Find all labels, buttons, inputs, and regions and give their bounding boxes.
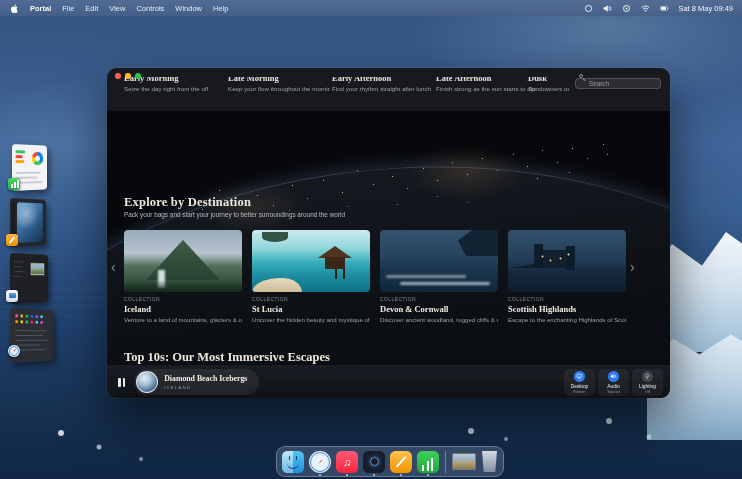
card-scottish-highlands[interactable]: COLLECTION Scottish Highlands Escape to … <box>508 230 626 323</box>
portal-app-window: Early Morning Seize the day right from t… <box>107 68 670 398</box>
menu-window[interactable]: Window <box>175 4 202 13</box>
carousel-prev-icon[interactable]: ‹ <box>111 260 116 274</box>
zoom-window-button[interactable] <box>135 73 141 79</box>
devon-cornwall-image <box>380 230 498 292</box>
menu-view[interactable]: View <box>109 4 125 13</box>
player-bar: Diamond Beach Icebergs ICELAND Desktop M… <box>107 365 670 398</box>
audio-spatial-button[interactable]: Audio Spatial <box>598 369 629 396</box>
menu-controls[interactable]: Controls <box>136 4 164 13</box>
now-playing-location: ICELAND <box>164 385 247 390</box>
strip-divider <box>107 110 670 111</box>
menu-bar-clock[interactable]: Sat 8 May 09:49 <box>678 4 733 13</box>
dock-divider <box>445 451 446 473</box>
abstract-image-thumb <box>17 202 43 242</box>
now-playing-title: Diamond Beach Icebergs <box>164 374 247 383</box>
app-menu-title[interactable]: Portal <box>30 4 51 13</box>
menu-edit[interactable]: Edit <box>85 4 98 13</box>
card-iceland[interactable]: COLLECTION Iceland Venture to a land of … <box>124 230 242 323</box>
destination-carousel: COLLECTION Iceland Venture to a land of … <box>124 230 626 323</box>
shortcuts-icon[interactable] <box>583 3 593 13</box>
finder-icon[interactable] <box>282 451 304 473</box>
markup-icon[interactable] <box>390 451 412 473</box>
screen-mirroring-icon[interactable] <box>621 3 631 13</box>
wifi-icon[interactable] <box>640 3 650 13</box>
preview-app-icon <box>6 290 18 302</box>
now-playing[interactable]: Diamond Beach Icebergs ICELAND <box>134 369 259 395</box>
top10-section-title: Top 10s: Our Most Immersive Escapes <box>124 350 330 365</box>
explore-section-subtitle: Pack your bags and start your journey to… <box>124 211 345 218</box>
city-glow <box>407 145 527 200</box>
trash-icon[interactable] <box>481 451 498 472</box>
donut-chart-thumb <box>32 152 43 165</box>
desktop-motion-button[interactable]: Desktop Motion <box>564 369 595 396</box>
desktop: Portal File Edit View Controls Window He… <box>0 0 742 479</box>
menu-bar: Portal File Edit View Controls Window He… <box>0 0 742 16</box>
stats-icon[interactable] <box>417 451 439 473</box>
volume-icon[interactable] <box>602 3 612 13</box>
safari-icon[interactable] <box>309 451 331 473</box>
search-field-wrap <box>575 72 661 83</box>
search-icon <box>579 74 583 78</box>
st-lucia-image <box>252 230 370 292</box>
safari-badge-icon <box>8 345 20 357</box>
environment-controls: Desktop Motion Audio Spatial Lighting Of… <box>564 369 663 396</box>
battery-icon[interactable] <box>659 3 669 13</box>
stats-app-icon <box>8 178 20 190</box>
menu-help[interactable]: Help <box>213 4 228 13</box>
strip-item-late-afternoon[interactable]: Late Afternoon Finish strong as the sun … <box>436 77 538 92</box>
strip-item-dusk[interactable]: Dusk Sundowners to herald in the night w… <box>528 77 570 92</box>
strip-item-early-afternoon[interactable]: Early Afternoon Find your rhythm straigh… <box>332 77 434 92</box>
scottish-highlands-image <box>508 230 626 292</box>
speaker-icon <box>608 371 619 382</box>
minimize-window-button[interactable] <box>125 73 131 79</box>
now-playing-thumbnail <box>136 371 158 393</box>
apple-menu-icon[interactable] <box>9 3 19 13</box>
markup-app-icon <box>6 234 18 246</box>
photo-thumb <box>31 263 45 276</box>
strip-item-early-morning[interactable]: Early Morning Seize the day right from t… <box>124 77 226 92</box>
close-window-button[interactable] <box>115 73 121 79</box>
time-of-day-strip: Early Morning Seize the day right from t… <box>124 77 570 102</box>
card-devon-cornwall[interactable]: COLLECTION Devon & Cornwall Discover anc… <box>380 230 498 323</box>
pause-icon[interactable] <box>118 378 125 387</box>
minimized-window-icon[interactable] <box>452 453 476 470</box>
strip-item-late-morning[interactable]: Late Morning Keep your flow throughout t… <box>228 77 330 92</box>
portal-app-icon[interactable] <box>363 451 385 473</box>
card-st-lucia[interactable]: COLLECTION St Lucia Uncover the hidden b… <box>252 230 370 323</box>
iceland-image <box>124 230 242 292</box>
dock: ♫ <box>276 446 504 477</box>
window-controls <box>115 73 141 79</box>
explore-section-title: Explore by Destination <box>124 195 251 210</box>
music-icon[interactable]: ♫ <box>336 451 358 473</box>
desktop-icon <box>574 371 585 382</box>
lightbulb-icon <box>642 371 653 382</box>
lighting-off-button[interactable]: Lighting Off <box>632 369 663 396</box>
carousel-next-icon[interactable]: › <box>630 260 635 274</box>
search-input[interactable] <box>575 78 661 89</box>
menu-file[interactable]: File <box>62 4 74 13</box>
